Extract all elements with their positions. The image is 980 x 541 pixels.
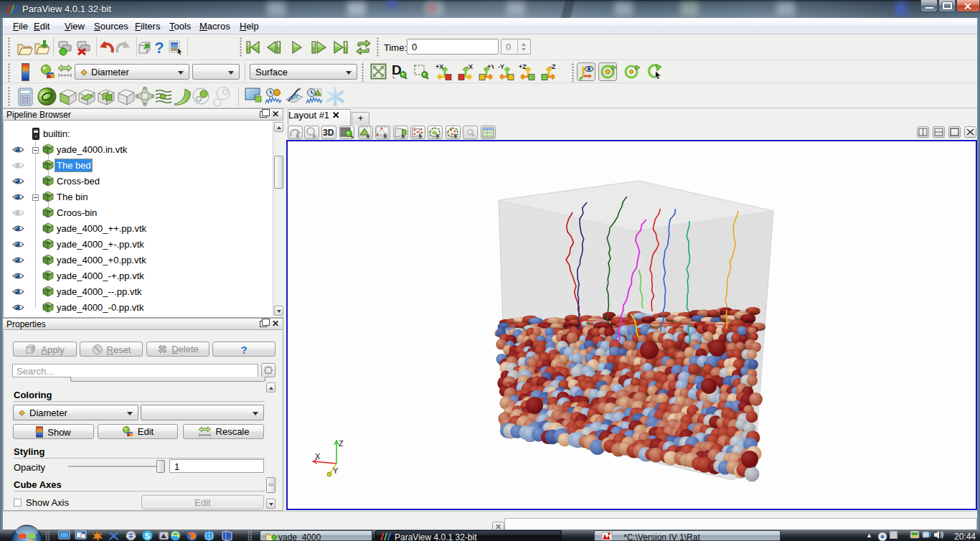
svg-text:?: ? [154,39,164,56]
svg-text:S: S [145,532,150,540]
svg-text:X: X [315,452,321,461]
svg-text:+Y: +Y [487,63,494,70]
svg-text:-Y: -Y [498,63,504,70]
svg-text:-Z: -Z [550,63,556,70]
svg-text:Y: Y [333,466,339,475]
svg-text:+X: +X [435,63,443,70]
svg-text:Z: Z [339,439,344,448]
svg-text:+Z: +Z [519,63,527,70]
svg-text:-X: -X [466,63,473,70]
